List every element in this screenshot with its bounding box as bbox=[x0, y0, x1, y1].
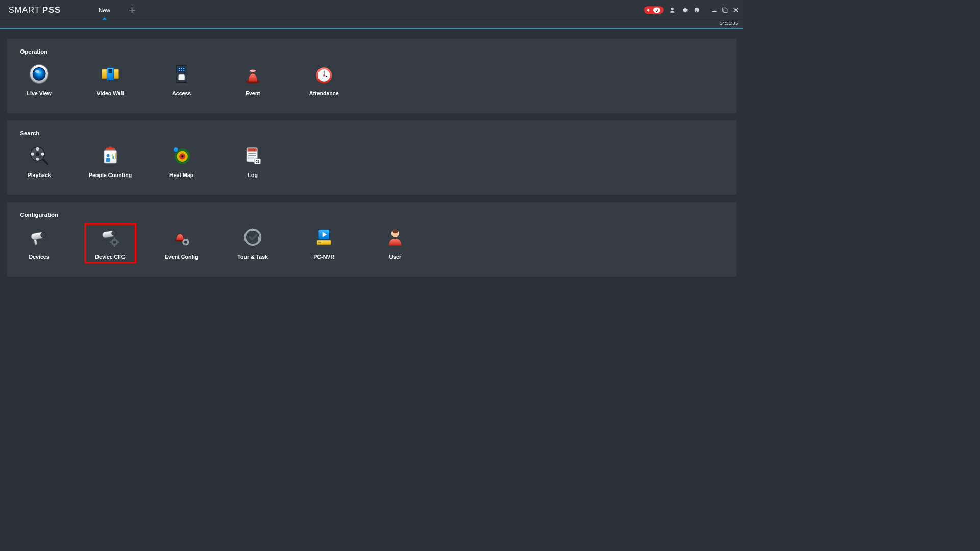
alarm-indicator[interactable]: 0 bbox=[644, 6, 664, 14]
minimize-button[interactable] bbox=[710, 7, 718, 14]
logo-part2: PSS bbox=[42, 5, 61, 15]
event-icon bbox=[242, 64, 262, 84]
access-icon bbox=[172, 64, 191, 84]
panel-operation: Operation Live View Video Wall Access Ev… bbox=[7, 39, 737, 113]
tile-label: Event Config bbox=[165, 254, 198, 260]
panel-configuration-title: Configuration bbox=[20, 211, 723, 218]
tile-live-view[interactable]: Live View bbox=[20, 64, 58, 96]
tab-add-button[interactable] bbox=[121, 0, 142, 20]
home-body: Operation Live View Video Wall Access Ev… bbox=[0, 29, 743, 293]
row-search: Playback People Counting Heat Map Log bbox=[20, 145, 723, 178]
logo-part1: SMART bbox=[9, 5, 40, 15]
playback-icon bbox=[29, 145, 49, 165]
videowall-icon bbox=[100, 64, 120, 84]
attendance-icon bbox=[314, 64, 334, 84]
svg-rect-72 bbox=[712, 11, 717, 12]
tile-playback[interactable]: Playback bbox=[20, 145, 58, 178]
panel-operation-title: Operation bbox=[20, 48, 723, 55]
tab-new[interactable]: New bbox=[88, 0, 121, 20]
log-icon bbox=[242, 145, 262, 165]
tab-bar: New bbox=[88, 0, 143, 20]
row-configuration: Devices Device CFG Event Config Tour & T… bbox=[20, 227, 723, 260]
devices-icon bbox=[29, 227, 49, 247]
tile-attendance[interactable]: Attendance bbox=[305, 64, 343, 96]
tile-access[interactable]: Access bbox=[163, 64, 201, 96]
tile-label: Log bbox=[248, 172, 257, 178]
tile-event[interactable]: Event bbox=[234, 64, 272, 96]
tile-label: Tour & Task bbox=[237, 254, 268, 260]
peoplecounting-icon bbox=[100, 145, 120, 165]
app-logo: SMART PSS bbox=[9, 5, 61, 15]
user-account-button[interactable] bbox=[669, 7, 676, 14]
tourtask-icon bbox=[242, 227, 262, 247]
window-controls bbox=[710, 7, 739, 14]
svg-rect-74 bbox=[724, 9, 727, 12]
titlebar: SMART PSS New 0 bbox=[0, 0, 743, 20]
panel-search: Search Playback People Counting Heat Map… bbox=[7, 120, 737, 195]
tile-pc-nvr[interactable]: PC-NVR bbox=[305, 227, 343, 260]
user-icon bbox=[385, 227, 405, 247]
heatmap-icon bbox=[172, 145, 191, 165]
tile-label: Event bbox=[246, 90, 260, 96]
tile-user[interactable]: User bbox=[376, 227, 414, 260]
clock-bar: 14:31:35 bbox=[0, 20, 743, 29]
titlebar-right: 0 bbox=[644, 6, 740, 14]
tile-event-config[interactable]: Event Config bbox=[163, 227, 201, 260]
speaker-icon bbox=[646, 8, 651, 12]
alarm-count: 0 bbox=[653, 7, 660, 13]
settings-button[interactable] bbox=[681, 7, 689, 14]
maximize-button[interactable] bbox=[722, 7, 729, 14]
tile-heat-map[interactable]: Heat Map bbox=[163, 145, 201, 178]
tile-label: Devices bbox=[29, 254, 50, 260]
tile-label: User bbox=[389, 254, 401, 260]
row-operation: Live View Video Wall Access Event Attend… bbox=[20, 64, 723, 96]
tab-label: New bbox=[99, 7, 110, 13]
tile-device-cfg[interactable]: Device CFG bbox=[91, 227, 129, 260]
tile-log[interactable]: Log bbox=[234, 145, 272, 178]
tile-label: Live View bbox=[27, 90, 51, 96]
tile-label: PC-NVR bbox=[313, 254, 334, 260]
tile-label: Video Wall bbox=[97, 90, 124, 96]
eventconfig-icon bbox=[172, 227, 191, 247]
panel-configuration: Configuration Devices Device CFG Event C… bbox=[7, 202, 737, 277]
tile-label: Attendance bbox=[309, 90, 339, 96]
tile-tour-task[interactable]: Tour & Task bbox=[234, 227, 272, 260]
tile-label: Playback bbox=[28, 172, 51, 178]
tile-label: Heat Map bbox=[169, 172, 193, 178]
tile-label: Device CFG bbox=[95, 254, 126, 260]
tile-label: People Counting bbox=[89, 172, 132, 178]
liveview-icon bbox=[29, 64, 49, 84]
close-button[interactable] bbox=[732, 7, 740, 14]
tile-people-counting[interactable]: People Counting bbox=[91, 145, 129, 178]
panel-search-title: Search bbox=[20, 130, 723, 136]
clock: 14:31:35 bbox=[720, 21, 738, 27]
tile-video-wall[interactable]: Video Wall bbox=[91, 64, 129, 96]
tile-label: Access bbox=[172, 90, 191, 96]
tile-devices[interactable]: Devices bbox=[20, 227, 58, 260]
help-button[interactable] bbox=[694, 7, 701, 14]
plus-icon bbox=[129, 7, 135, 13]
pcnvr-icon bbox=[314, 227, 334, 247]
devicecfg-icon bbox=[100, 227, 120, 247]
